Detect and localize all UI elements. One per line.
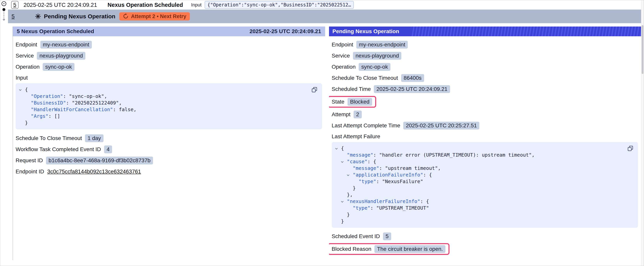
blocked-reason-row: Blocked Reason The circuit breaker is op…: [332, 243, 638, 255]
field-value-badge: 5: [383, 232, 391, 240]
copy-icon: [311, 91, 318, 94]
field-value-badge: sync-op-ok: [359, 63, 390, 71]
json-text: "Args": []: [18, 113, 60, 119]
json-text: "nexusHandlerFailureInfo": {: [334, 198, 429, 204]
json-text: }: [334, 185, 356, 191]
json-text: "type": "UPSTREAM_TIMEOUT": [334, 205, 429, 211]
field-label: Service: [16, 53, 34, 59]
field-label: Request ID: [16, 157, 43, 164]
failure-json-viewer: { "message": "handler error (UPSTREAM_TI…: [332, 142, 638, 228]
event-id-text[interactable]: 5: [13, 2, 16, 8]
json-text: "applicationFailureInfo": {: [334, 172, 432, 178]
field-label: Operation: [332, 64, 356, 70]
endpoint-id-link[interactable]: 3c0c75ccfa8144b092c13ce632463761: [47, 168, 141, 175]
chevron-down-icon[interactable]: [18, 86, 25, 93]
field-label: State: [332, 99, 344, 105]
event-timestamp: 2025-02-25 UTC 20:24:09.21: [24, 2, 97, 8]
json-lines: { "Operation": "sync-op-ok", "BusinessID…: [18, 86, 308, 126]
field-row-schedule-to-close-timeout: Schedule To Close Timeout 86400s: [332, 74, 638, 82]
json-line: "BusinessID": "20250225122409",: [18, 100, 308, 106]
json-text: "Operation": "sync-op-ok",: [18, 93, 107, 99]
json-text: },: [334, 192, 353, 197]
field-value-badge: 86400s: [401, 74, 424, 82]
json-line: "applicationFailureInfo": {: [334, 172, 624, 178]
json-text: "message": "handler error (UPSTREAM_TIME…: [334, 152, 535, 158]
chevron-down-icon[interactable]: [334, 145, 341, 152]
input-json-viewer: { "Operation": "sync-op-ok", "BusinessID…: [16, 83, 322, 129]
timeline-markers-icon: [0, 1, 8, 24]
field-label: Endpoint ID: [16, 168, 44, 175]
json-text: {: [18, 87, 28, 92]
json-line: }: [334, 218, 624, 225]
chevron-down-icon[interactable]: [346, 172, 353, 178]
json-text: "cause": {: [334, 159, 376, 164]
json-text: "message": "upstream timeout",: [334, 165, 441, 171]
field-row-wft-completed-event-id: Workflow Task Completed Event ID 4: [16, 145, 322, 154]
field-label: Operation: [16, 64, 40, 70]
field-label: Workflow Task Completed Event ID: [16, 146, 101, 152]
event-row-nexus-operation-scheduled[interactable]: 5 2025-02-25 UTC 20:24:09.21 Nexus Opera…: [8, 0, 641, 10]
field-row-endpoint-id: Endpoint ID 3c0c75ccfa8144b092c13ce63246…: [16, 167, 322, 176]
right-panel-header: Pending Nexus Operation: [329, 27, 641, 36]
right-panel-body: Endpoint my-nexus-endpoint Service nexus…: [329, 36, 641, 255]
field-label: Schedule To Close Timeout: [332, 75, 398, 81]
field-value-badge: 1 day: [85, 134, 104, 142]
json-line: }: [18, 120, 308, 126]
json-line: },: [334, 191, 624, 198]
event-input-label: Input: [191, 2, 202, 8]
event-title: Nexus Operation Scheduled: [108, 2, 183, 8]
json-line: {: [18, 86, 308, 93]
json-text: "BusinessID": "20250225122409",: [18, 100, 122, 106]
field-value-badge: b1c6a4bc-8ee7-468a-9169-df3b02c8737b: [46, 157, 153, 164]
chevron-down-icon[interactable]: [340, 158, 347, 165]
workflow-history-screen: 5 2025-02-25 UTC 20:24:09.21 Nexus Opera…: [0, 0, 644, 266]
json-text: "type": "NexusFailure": [334, 179, 423, 184]
field-row-service: Service nexus-playground: [332, 52, 638, 60]
field-value-badge: my-nexus-endpoint: [40, 41, 92, 49]
timeline-gutter: [0, 1, 8, 24]
field-row-scheduled-event-id: Scheduled Event ID 5: [332, 232, 638, 241]
json-text: }: [334, 212, 350, 217]
copy-button[interactable]: [311, 86, 318, 94]
pending-operation-panel: Pending Nexus Operation Endpoint my-nexu…: [329, 27, 641, 260]
retry-badge-text: Attempt 2 • Next Retry: [131, 14, 186, 20]
json-line: "Operation": "sync-op-ok",: [18, 93, 308, 100]
event-input-preview: {"Operation":"sync-op-ok","BusinessID":"…: [205, 1, 354, 9]
pending-nexus-operation-row[interactable]: 5 Pending Nexus Operation Attempt 2 • Ne…: [8, 10, 641, 23]
right-panel-title: Pending Nexus Operation: [329, 27, 411, 36]
blocked-reason-highlight-ring: Blocked Reason The circuit breaker is op…: [329, 243, 450, 255]
state-badge: Blocked: [348, 98, 372, 106]
detail-panels: 5 Nexus Operation Scheduled 2025-02-25 U…: [13, 27, 641, 260]
json-text: "HandlerWaitForCancellation": false,: [18, 107, 136, 112]
json-line: "type": "UPSTREAM_TIMEOUT": [334, 205, 624, 211]
left-panel-timestamp: 2025-02-25 UTC 20:24:09.21: [250, 28, 321, 35]
copy-button[interactable]: [627, 145, 634, 153]
pending-row-id-link[interactable]: 5: [12, 13, 14, 20]
field-label: Endpoint: [332, 42, 354, 48]
field-value-badge: 2025-02-25 UTC 20:24:09.21: [374, 85, 450, 93]
json-line: "message": "upstream timeout",: [334, 165, 624, 172]
chevron-down-icon[interactable]: [340, 198, 347, 205]
asterisk-icon: [35, 13, 41, 20]
event-id-link[interactable]: 5: [11, 1, 18, 9]
state-row: State Blocked: [332, 96, 638, 108]
last-attempt-failure-label: Last Attempt Failure: [332, 133, 638, 140]
field-value-badge: my-nexus-endpoint: [356, 41, 408, 49]
field-row-operation: Operation sync-op-ok: [332, 63, 638, 71]
field-row-attempt: Attempt 2: [332, 110, 638, 119]
blocked-reason-badge: The circuit breaker is open.: [374, 245, 446, 253]
json-line: "cause": {: [334, 158, 624, 165]
field-row-operation: Operation sync-op-ok: [16, 63, 322, 71]
field-value-badge: 2: [354, 111, 362, 118]
field-label: Blocked Reason: [332, 246, 372, 252]
field-value-badge: nexus-playground: [37, 52, 85, 60]
field-label: Last Attempt Complete Time: [332, 122, 400, 129]
field-label: Service: [332, 53, 350, 59]
json-lines: { "message": "handler error (UPSTREAM_TI…: [334, 145, 624, 225]
scrollbar-thumb[interactable]: [642, 25, 644, 74]
field-value-badge: 2025-02-25 UTC 20:25:27.51: [403, 122, 479, 129]
field-row-scheduled-time: Scheduled Time 2025-02-25 UTC 20:24:09.2…: [332, 85, 638, 93]
field-row-last-attempt-complete-time: Last Attempt Complete Time 2025-02-25 UT…: [332, 121, 638, 130]
pending-row-title: Pending Nexus Operation: [44, 13, 116, 20]
json-line: "nexusHandlerFailureInfo": {: [334, 198, 624, 205]
